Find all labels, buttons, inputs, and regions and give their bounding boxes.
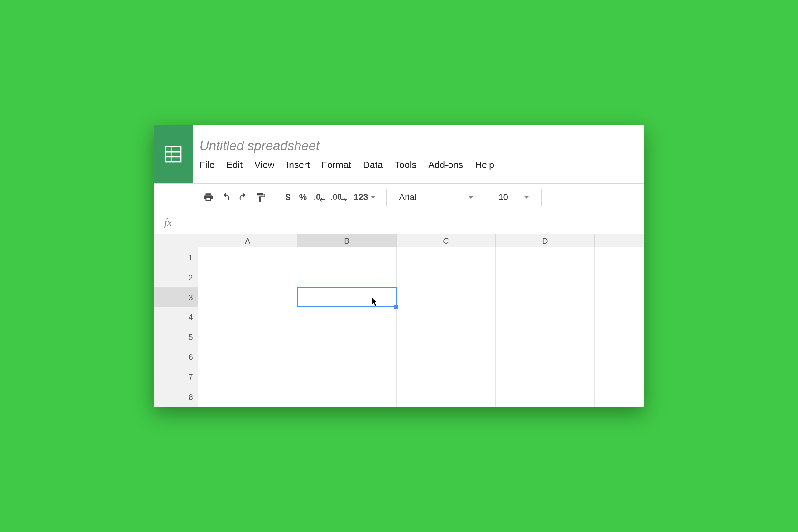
cell-D8[interactable]: [496, 387, 595, 407]
more-formats-label: 123: [354, 192, 368, 202]
cell-C7[interactable]: [397, 367, 496, 387]
cell-B1[interactable]: [297, 247, 397, 267]
cell-D1[interactable]: [496, 247, 595, 267]
toolbar: $ % .0 .00 123 Arial 10: [154, 183, 644, 211]
cell-C8[interactable]: [397, 387, 496, 407]
font-family-value: Arial: [399, 192, 416, 202]
cell-B7[interactable]: [297, 367, 397, 387]
menu-format[interactable]: Format: [322, 159, 351, 170]
row-header-7[interactable]: 7: [154, 367, 198, 387]
increase-decimal-button[interactable]: .00: [329, 190, 348, 205]
cell-D7[interactable]: [496, 367, 595, 387]
cell-B6[interactable]: [297, 347, 397, 367]
cell-E1[interactable]: [595, 247, 644, 267]
fx-label: fx: [154, 216, 182, 229]
column-headers: A B C D: [154, 234, 644, 247]
menu-tools[interactable]: Tools: [395, 159, 416, 170]
column-header-B[interactable]: B: [297, 234, 397, 247]
format-percent-button[interactable]: %: [296, 192, 310, 202]
cell-D5[interactable]: [496, 327, 595, 347]
undo-button[interactable]: [218, 190, 233, 205]
cell-C5[interactable]: [397, 327, 496, 347]
app-logo[interactable]: [154, 125, 193, 183]
cell-A5[interactable]: [198, 327, 297, 347]
cell-B8[interactable]: [297, 387, 397, 407]
cell-B2[interactable]: [297, 267, 397, 287]
format-currency-button[interactable]: $: [282, 192, 293, 202]
cell-A1[interactable]: [198, 247, 297, 267]
cell-A6[interactable]: [198, 347, 297, 367]
doc-title[interactable]: Untitled spreadsheet: [200, 138, 637, 153]
cell-A4[interactable]: [198, 307, 297, 327]
cell-C6[interactable]: [397, 347, 496, 367]
cell-E7[interactable]: [595, 367, 644, 387]
cell-C2[interactable]: [397, 267, 496, 287]
menu-help[interactable]: Help: [475, 159, 494, 170]
cell-A3[interactable]: [198, 287, 297, 307]
menu-addons[interactable]: Add-ons: [428, 159, 463, 170]
cell-E8[interactable]: [595, 387, 644, 407]
font-family-select[interactable]: Arial: [394, 189, 478, 206]
increase-decimal-label: .00: [330, 192, 342, 202]
row-header-2[interactable]: 2: [154, 267, 198, 287]
cell-D2[interactable]: [496, 267, 595, 287]
arrow-right-icon: [341, 197, 347, 202]
cell-B4[interactable]: [297, 307, 397, 327]
menu-file[interactable]: File: [200, 159, 214, 170]
print-button[interactable]: [201, 190, 216, 205]
cell-E2[interactable]: [595, 267, 644, 287]
cell-E5[interactable]: [595, 327, 644, 347]
formula-bar: fx: [154, 211, 644, 234]
menu-insert[interactable]: Insert: [286, 159, 310, 170]
cell-A8[interactable]: [198, 387, 297, 407]
row-header-3[interactable]: 3: [154, 287, 198, 307]
menubar: File Edit View Insert Format Data Tools …: [200, 159, 637, 176]
select-all-corner[interactable]: [154, 234, 198, 248]
cell-E6[interactable]: [595, 347, 644, 367]
row-header-1[interactable]: 1: [154, 247, 198, 267]
menu-view[interactable]: View: [254, 159, 274, 170]
decrease-decimal-label: .0: [314, 192, 320, 202]
menu-edit[interactable]: Edit: [226, 159, 243, 170]
redo-button[interactable]: [236, 190, 251, 205]
column-header-D[interactable]: D: [496, 234, 595, 247]
column-header-overflow[interactable]: [595, 234, 644, 247]
cell-E3[interactable]: [595, 287, 644, 307]
menu-data[interactable]: Data: [363, 159, 383, 170]
rows: 1 2 3: [154, 247, 644, 407]
cell-B5[interactable]: [297, 327, 397, 347]
cell-C4[interactable]: [397, 307, 496, 327]
cell-C1[interactable]: [397, 247, 496, 267]
row-header-5[interactable]: 5: [154, 327, 198, 347]
row-header-4[interactable]: 4: [154, 307, 198, 327]
toolbar-separator: [486, 189, 486, 206]
print-icon: [203, 192, 213, 203]
cell-A7[interactable]: [198, 367, 297, 387]
app-window: Untitled spreadsheet File Edit View Inse…: [154, 125, 644, 407]
cell-E4[interactable]: [595, 307, 644, 327]
column-header-C[interactable]: C: [397, 234, 496, 247]
more-formats-button[interactable]: 123: [350, 192, 379, 202]
paint-format-icon: [255, 192, 266, 203]
svg-rect-0: [166, 147, 181, 162]
decrease-decimal-button[interactable]: .0: [312, 190, 327, 205]
sheets-icon: [164, 145, 182, 163]
paint-format-button[interactable]: [253, 190, 268, 205]
row-header-6[interactable]: 6: [154, 347, 198, 367]
grid: A B C D 1 2 3: [154, 234, 644, 407]
cell-A2[interactable]: [198, 267, 297, 287]
cell-D6[interactable]: [496, 347, 595, 367]
row-header-8[interactable]: 8: [154, 387, 198, 407]
formula-input[interactable]: [182, 211, 644, 234]
cell-C3[interactable]: [397, 287, 496, 307]
font-size-value: 10: [498, 192, 508, 202]
header: Untitled spreadsheet File Edit View Inse…: [154, 125, 644, 183]
toolbar-separator: [542, 189, 542, 206]
redo-icon: [238, 192, 248, 203]
chevron-down-icon: [468, 196, 473, 198]
cell-D3[interactable]: [496, 287, 595, 307]
cell-D4[interactable]: [496, 307, 595, 327]
font-size-select[interactable]: 10: [493, 189, 534, 206]
cell-B3[interactable]: [297, 287, 397, 307]
column-header-A[interactable]: A: [198, 234, 297, 247]
